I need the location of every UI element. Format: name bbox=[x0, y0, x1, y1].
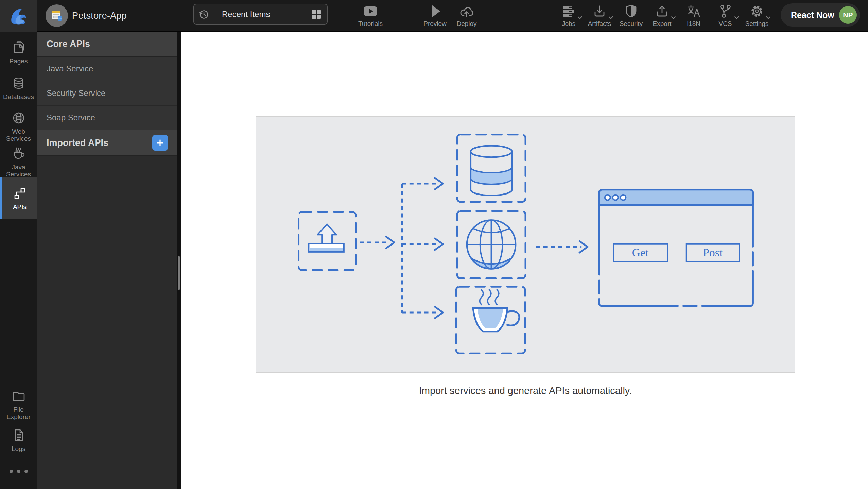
folder-icon bbox=[11, 389, 26, 404]
coffee-cup-icon bbox=[473, 290, 519, 331]
arrowhead-icon bbox=[435, 178, 443, 189]
sidebar-item-databases[interactable]: Databases bbox=[0, 76, 37, 100]
brand-logo[interactable] bbox=[0, 0, 37, 32]
more-options-ellipsis[interactable] bbox=[0, 470, 37, 473]
database-box bbox=[457, 135, 525, 202]
cloud-upload-icon bbox=[446, 3, 487, 19]
sidebar-item-pages[interactable]: Pages bbox=[0, 40, 37, 65]
globe-icon bbox=[11, 111, 26, 125]
sidebar-item-web-services[interactable]: Web Services bbox=[0, 111, 37, 142]
panel-scrollbar-track[interactable] bbox=[177, 32, 181, 489]
window-control-dots bbox=[605, 195, 626, 200]
sidebar-item-file-explorer[interactable]: File Explorer bbox=[0, 389, 37, 420]
database-icon bbox=[11, 76, 26, 91]
apis-panel: Core APIs Java Service Security Service … bbox=[37, 32, 177, 489]
database-cylinder-icon bbox=[471, 146, 512, 196]
browser-frame bbox=[599, 190, 753, 306]
dashed-connectors bbox=[360, 178, 588, 318]
react-now-button[interactable]: React Now NP bbox=[781, 3, 860, 27]
list-item-java-service[interactable]: Java Service bbox=[37, 57, 177, 81]
project-avatar[interactable] bbox=[46, 4, 68, 27]
list-item-soap-service[interactable]: Soap Service bbox=[37, 106, 177, 130]
import-services-diagram: Get Post bbox=[256, 117, 796, 372]
menu-settings[interactable]: Settings bbox=[736, 3, 777, 28]
tutorials-button[interactable]: Tutorials bbox=[350, 3, 391, 28]
logs-icon bbox=[11, 428, 26, 443]
wavemaker-logo-icon bbox=[8, 5, 29, 27]
user-avatar[interactable]: NP bbox=[839, 6, 857, 24]
recent-items-label: Recent Items bbox=[214, 10, 311, 19]
post-button-label: Post bbox=[703, 246, 723, 259]
core-apis-header: Core APIs bbox=[37, 32, 177, 57]
pages-icon bbox=[11, 40, 26, 55]
history-icon[interactable] bbox=[194, 4, 214, 24]
imported-apis-header: Imported APIs bbox=[37, 130, 177, 156]
app-window: Petstore-App Recent Items bbox=[0, 0, 868, 489]
apis-icon bbox=[12, 186, 27, 201]
chevron-down-icon bbox=[766, 16, 771, 19]
tutorials-icon bbox=[350, 3, 391, 19]
upload-icon bbox=[309, 224, 344, 252]
plus-icon bbox=[156, 139, 164, 147]
recent-items-dropdown[interactable]: Recent Items bbox=[193, 4, 328, 25]
globe-icon bbox=[467, 220, 516, 269]
arrowhead-icon bbox=[435, 238, 443, 250]
project-icon bbox=[49, 8, 64, 23]
sidebar-item-apis[interactable]: APIs bbox=[0, 177, 37, 219]
import-services-illustration-panel: Get Post bbox=[256, 116, 795, 373]
sidebar-item-java-services[interactable]: Java Services bbox=[0, 146, 37, 178]
list-item-security-service[interactable]: Security Service bbox=[37, 81, 177, 106]
grid-view-icon[interactable] bbox=[311, 9, 322, 19]
main-content: Get Post Import services and generate AP… bbox=[181, 32, 868, 489]
diagram-caption: Import services and generate APIs automa… bbox=[256, 385, 795, 397]
coffee-cup-icon bbox=[11, 146, 26, 161]
browser-window: Get Post bbox=[599, 190, 753, 306]
add-imported-api-button[interactable] bbox=[152, 135, 168, 151]
react-now-label: React Now bbox=[791, 10, 834, 20]
arrowhead-icon bbox=[386, 237, 394, 248]
gear-icon bbox=[736, 3, 777, 19]
panel-scrollbar-thumb[interactable] bbox=[178, 256, 180, 290]
arrowhead-icon bbox=[435, 307, 443, 318]
sidebar-item-logs[interactable]: Logs bbox=[0, 428, 37, 452]
get-button-label: Get bbox=[632, 246, 649, 259]
left-nav-rail: Pages Databases Web Services bbox=[0, 32, 37, 489]
app-title: Petstore-App bbox=[72, 0, 127, 32]
imported-apis-empty-area bbox=[37, 156, 177, 489]
deploy-button[interactable]: Deploy bbox=[446, 3, 487, 28]
top-bar: Petstore-App Recent Items bbox=[0, 0, 868, 32]
